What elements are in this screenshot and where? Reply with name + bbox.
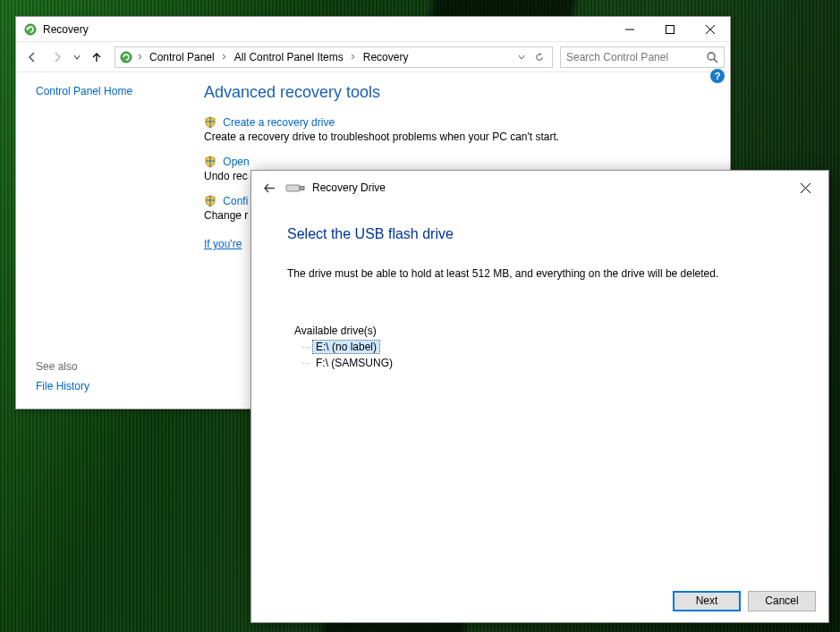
svg-rect-9 [300, 187, 304, 190]
open-system-restore-link[interactable]: Open [223, 156, 249, 168]
back-button[interactable] [21, 46, 43, 68]
chevron-right-icon[interactable] [349, 54, 358, 60]
search-placeholder: Search Control Panel [566, 51, 706, 63]
drive-item-e[interactable]: ⋯ E:\ (no label) [301, 339, 793, 355]
wizard-text: The drive must be able to hold at least … [287, 267, 793, 280]
maximize-button[interactable] [649, 17, 690, 42]
drive-item-f[interactable]: ⋯ F:\ (SAMSUNG) [301, 355, 793, 371]
cancel-button[interactable]: Cancel [748, 591, 816, 611]
refresh-button[interactable] [530, 47, 548, 67]
address-dropdown[interactable] [513, 47, 530, 67]
drive-list: ⋯ E:\ (no label) ⋯ F:\ (SAMSUNG) [301, 339, 793, 371]
search-input[interactable]: Search Control Panel [560, 46, 725, 68]
recovery-icon [119, 50, 133, 64]
window-title: Recovery [43, 23, 609, 36]
up-button[interactable] [86, 46, 107, 68]
recovery-drive-wizard: Recovery Drive Select the USB flash driv… [250, 170, 829, 623]
see-also-label: See also [36, 360, 89, 373]
next-button[interactable]: Next [673, 591, 741, 611]
file-history-link[interactable]: File History [36, 380, 89, 392]
create-recovery-drive-link[interactable]: Create a recovery drive [223, 116, 335, 129]
svg-rect-8 [286, 185, 300, 191]
breadcrumb-item[interactable]: Recovery [360, 51, 412, 63]
svg-point-0 [25, 24, 36, 35]
drive-label: F:\ (SAMSUNG) [312, 357, 396, 369]
drive-label: E:\ (no label) [312, 340, 380, 354]
control-panel-home-link[interactable]: Control Panel Home [36, 85, 132, 97]
usb-drive-icon [285, 181, 305, 194]
sidebar: Control Panel Home See also File History [16, 72, 204, 409]
wizard-titlebar: Recovery Drive [251, 171, 828, 205]
svg-line-7 [714, 59, 717, 63]
breadcrumb-item[interactable]: Control Panel [146, 51, 218, 63]
wizard-close-button[interactable] [787, 174, 823, 201]
chevron-right-icon[interactable] [220, 54, 229, 60]
tool-description: Create a recovery drive to troubleshoot … [204, 131, 723, 143]
chevron-right-icon[interactable] [135, 54, 144, 60]
breadcrumb-item[interactable]: All Control Panel Items [231, 51, 347, 63]
minimize-button[interactable] [609, 17, 649, 42]
history-dropdown[interactable] [72, 54, 82, 61]
shield-icon [204, 116, 216, 129]
search-icon [706, 51, 718, 63]
forward-button[interactable] [47, 46, 68, 68]
configure-system-restore-link[interactable]: Confi [223, 195, 248, 207]
wizard-title: Recovery Drive [312, 181, 386, 194]
tree-connector: ⋯ [301, 342, 312, 352]
wizard-footer: Next Cancel [251, 579, 828, 622]
tree-connector: ⋯ [301, 358, 312, 368]
shield-icon [204, 195, 216, 207]
wizard-back-button[interactable] [257, 175, 282, 200]
help-icon[interactable]: ? [710, 69, 725, 83]
svg-point-5 [121, 52, 132, 63]
troubleshoot-link[interactable]: If you're [204, 238, 242, 250]
wizard-body: Select the USB flash drive The drive mus… [251, 205, 828, 579]
recovery-app-icon [23, 22, 38, 37]
svg-point-6 [708, 53, 715, 60]
wizard-heading: Select the USB flash drive [287, 226, 793, 242]
svg-rect-2 [666, 25, 674, 33]
shield-icon [204, 156, 216, 168]
breadcrumb-field[interactable]: Control Panel All Control Panel Items Re… [115, 46, 553, 68]
close-button[interactable] [690, 17, 730, 42]
address-bar: Control Panel All Control Panel Items Re… [16, 42, 730, 72]
titlebar: Recovery [16, 17, 730, 42]
page-heading: Advanced recovery tools [204, 83, 723, 102]
available-drives-label: Available drive(s) [294, 324, 793, 337]
